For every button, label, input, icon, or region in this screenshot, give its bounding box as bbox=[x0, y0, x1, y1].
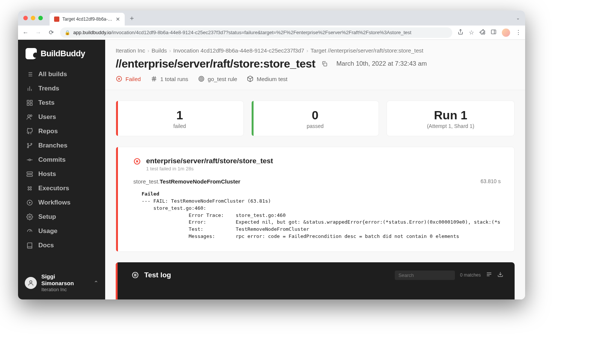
sidebar-item-all-builds[interactable]: All builds bbox=[22, 68, 101, 81]
sidebar: BuildBuddy All builds Trends Tests Users… bbox=[18, 40, 105, 299]
user-avatar bbox=[25, 277, 37, 289]
window-minimize-button[interactable] bbox=[31, 16, 35, 20]
main-content: Iteration Inc› Builds› Invocation 4cd12d… bbox=[105, 40, 525, 299]
svg-rect-13 bbox=[27, 104, 29, 105]
sidebar-item-tests[interactable]: Tests bbox=[22, 96, 101, 110]
target-icon bbox=[198, 75, 205, 82]
svg-point-29 bbox=[30, 281, 32, 283]
breadcrumb-target[interactable]: Target //enterprise/server/raft/store:st… bbox=[311, 47, 423, 54]
sidebar-item-executors[interactable]: Executors bbox=[22, 182, 101, 195]
panel-icon[interactable] bbox=[491, 29, 497, 36]
reload-button[interactable]: ⟳ bbox=[47, 29, 55, 36]
svg-point-18 bbox=[27, 147, 29, 148]
sidebar-item-users[interactable]: Users bbox=[22, 110, 101, 124]
sidebar-item-branches[interactable]: Branches bbox=[22, 139, 101, 152]
breadcrumb-invocation[interactable]: Invocation 4cd12df9-8b6a-44e8-9124-c25ec… bbox=[173, 47, 304, 54]
browser-tab[interactable]: Target 4cd12df9-8b6a-44e8-… ✕ bbox=[50, 13, 125, 26]
tab-close-icon[interactable]: ✕ bbox=[116, 16, 120, 22]
url-text: app.buildbuddy.io/invocation/4cd12df9-8b… bbox=[73, 30, 411, 35]
sidebar-item-workflows[interactable]: Workflows bbox=[22, 196, 101, 209]
copy-icon[interactable] bbox=[321, 60, 328, 67]
sidebar-item-docs[interactable]: Docs bbox=[22, 239, 101, 252]
svg-line-37 bbox=[154, 76, 155, 81]
extensions-icon[interactable] bbox=[479, 29, 485, 36]
page-title: //enterprise/server/raft/store:store_tes… bbox=[116, 57, 315, 70]
browser-toolbar: ← → ⟳ 🔒 app.buildbuddy.io/invocation/4cd… bbox=[18, 26, 525, 40]
browser-tab-bar: Target 4cd12df9-8b6a-44e8-… ✕ ＋ ⌄ bbox=[18, 11, 525, 26]
url-input[interactable]: 🔒 app.buildbuddy.io/invocation/4cd12df9-… bbox=[60, 27, 452, 38]
logo-mark bbox=[26, 48, 37, 59]
svg-rect-14 bbox=[30, 104, 32, 105]
log-lines: 2022/03/10 15:32:40.455 INFgossip.go:100… bbox=[131, 285, 503, 299]
svg-line-28 bbox=[30, 230, 30, 232]
chevron-up-icon: ⌃ bbox=[94, 280, 98, 287]
star-icon[interactable]: ☆ bbox=[469, 29, 474, 36]
user-org: Iteration Inc bbox=[41, 287, 89, 293]
breadcrumb-builds[interactable]: Builds bbox=[151, 47, 167, 54]
browser-window: Target 4cd12df9-8b6a-44e8-… ✕ ＋ ⌄ ← → ⟳ … bbox=[18, 11, 525, 299]
breadcrumbs: Iteration Inc› Builds› Invocation 4cd12d… bbox=[116, 47, 515, 54]
log-search-input[interactable] bbox=[395, 271, 455, 280]
page-header: Iteration Inc› Builds› Invocation 4cd12d… bbox=[105, 40, 525, 90]
back-button[interactable]: ← bbox=[22, 29, 29, 36]
sidebar-item-commits[interactable]: Commits bbox=[22, 153, 101, 167]
hash-icon bbox=[151, 75, 157, 82]
sidebar-item-hosts[interactable]: Hosts bbox=[22, 167, 101, 181]
svg-point-27 bbox=[29, 216, 31, 218]
timestamp: March 10th, 2022 at 7:32:43 am bbox=[336, 60, 427, 68]
rule-meta: go_test rule bbox=[198, 75, 237, 82]
sidebar-item-trends[interactable]: Trends bbox=[22, 82, 101, 95]
svg-point-15 bbox=[28, 115, 30, 117]
sidebar-item-usage[interactable]: Usage bbox=[22, 224, 101, 238]
size-meta: Medium test bbox=[247, 75, 287, 82]
status-badge: Failed bbox=[116, 75, 141, 82]
share-icon[interactable] bbox=[458, 29, 464, 36]
new-tab-button[interactable]: ＋ bbox=[128, 14, 135, 23]
svg-point-19 bbox=[31, 143, 32, 144]
fail-subtitle: 1 test failed in 1m 28s bbox=[146, 166, 273, 171]
sidebar-user[interactable]: Siggi Simonarson Iteration Inc ⌃ bbox=[18, 267, 105, 299]
menu-icon[interactable]: ⋮ bbox=[515, 29, 521, 36]
svg-rect-0 bbox=[491, 30, 496, 34]
logo[interactable]: BuildBuddy bbox=[18, 40, 105, 66]
svg-point-20 bbox=[29, 159, 31, 161]
svg-rect-24 bbox=[27, 175, 33, 177]
app: BuildBuddy All builds Trends Tests Users… bbox=[18, 40, 525, 299]
browser-actions: ☆ ⋮ bbox=[458, 29, 521, 37]
runs-meta: 1 total runs bbox=[151, 75, 188, 82]
download-icon[interactable] bbox=[497, 271, 503, 279]
nav-list: All builds Trends Tests Users Repos Bran… bbox=[18, 66, 105, 254]
svg-rect-30 bbox=[324, 63, 327, 66]
user-name: Siggi Simonarson bbox=[41, 273, 89, 287]
x-circle-icon bbox=[133, 158, 141, 167]
log-matches: 0 matches bbox=[460, 272, 481, 278]
stat-run[interactable]: Run 1 (Attempt 1, Shard 1) bbox=[387, 101, 515, 136]
meta-row: Failed 1 total runs go_test rule Medium … bbox=[116, 75, 515, 82]
x-circle-icon bbox=[116, 75, 122, 82]
tab-title: Target 4cd12df9-8b6a-44e8-… bbox=[62, 17, 113, 22]
sidebar-item-repos[interactable]: Repos bbox=[22, 125, 101, 138]
breadcrumb-org[interactable]: Iteration Inc bbox=[116, 47, 145, 54]
stats-row: 1 failed 0 passed Run 1 (Attempt 1, Shar… bbox=[116, 101, 515, 136]
svg-rect-23 bbox=[27, 172, 33, 174]
tabs-dropdown-icon[interactable]: ⌄ bbox=[516, 15, 520, 21]
tab-favicon bbox=[54, 17, 59, 22]
wrap-icon[interactable] bbox=[486, 271, 492, 279]
stat-failed[interactable]: 1 failed bbox=[116, 101, 244, 136]
svg-rect-11 bbox=[27, 100, 29, 102]
list-icon bbox=[131, 271, 139, 279]
fail-title: enterprise/server/raft/store/store_test bbox=[146, 157, 273, 165]
lock-icon: 🔒 bbox=[65, 30, 70, 35]
box-icon bbox=[247, 75, 254, 82]
log-title: Test log bbox=[144, 271, 171, 279]
svg-point-16 bbox=[30, 115, 32, 117]
svg-point-40 bbox=[201, 78, 202, 79]
test-name: store_test.TestRemoveNodeFromCluster bbox=[133, 178, 240, 185]
window-close-button[interactable] bbox=[23, 16, 28, 20]
profile-avatar[interactable] bbox=[502, 29, 510, 37]
svg-marker-26 bbox=[29, 202, 31, 204]
stat-passed[interactable]: 0 passed bbox=[251, 101, 379, 136]
window-maximize-button[interactable] bbox=[38, 16, 43, 20]
sidebar-item-setup[interactable]: Setup bbox=[22, 210, 101, 224]
forward-button[interactable]: → bbox=[35, 29, 42, 36]
